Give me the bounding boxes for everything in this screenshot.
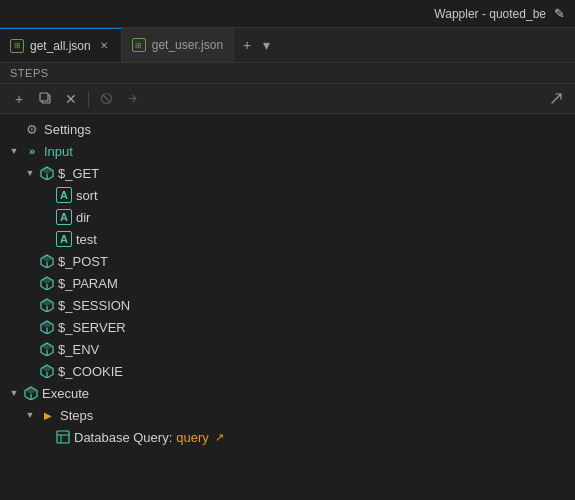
dir-label: dir	[76, 210, 90, 225]
toolbar-separator	[88, 91, 89, 107]
add-button[interactable]: +	[8, 88, 30, 110]
chevron-steps	[24, 409, 36, 421]
settings-label: Settings	[44, 122, 91, 137]
tree-item-cookie[interactable]: $_COOKIE	[0, 360, 575, 382]
tab-get-user[interactable]: ⊞ get_user.json	[122, 28, 234, 62]
cube-icon-param	[40, 276, 54, 290]
a-icon-sort: A	[56, 187, 72, 203]
steps-header: Steps	[0, 63, 575, 84]
arrow-right-button[interactable]	[121, 88, 143, 110]
cube-icon-cookie	[40, 364, 54, 378]
dbquery-label: Database Query:	[74, 430, 172, 445]
double-arrow-icon: »	[24, 143, 40, 159]
edit-icon[interactable]: ✎	[554, 6, 565, 21]
svg-marker-14	[41, 299, 53, 306]
tree-item-server[interactable]: $_SERVER	[0, 316, 575, 338]
link-icon: ↗	[215, 431, 224, 444]
tree-item-env[interactable]: $_ENV	[0, 338, 575, 360]
cube-icon-env	[40, 342, 54, 356]
export-button[interactable]	[545, 88, 567, 110]
cookie-label: $_COOKIE	[58, 364, 123, 379]
svg-marker-11	[41, 277, 53, 284]
a-icon-dir: A	[56, 209, 72, 225]
table-icon	[56, 430, 70, 444]
cube-icon-execute	[24, 386, 38, 400]
toolbar: + ✕	[0, 84, 575, 114]
sort-label: sort	[76, 188, 98, 203]
steps-tree-label: Steps	[60, 408, 93, 423]
server-label: $_SERVER	[58, 320, 126, 335]
tree-item-get[interactable]: $_GET	[0, 162, 575, 184]
cube-icon-server	[40, 320, 54, 334]
tree-item-input[interactable]: » Input	[0, 140, 575, 162]
svg-marker-26	[25, 387, 37, 394]
tab-label: get_all.json	[30, 39, 91, 53]
tab-label-2: get_user.json	[152, 38, 223, 52]
tab-file-icon-2: ⊞	[132, 38, 146, 52]
input-label: Input	[44, 144, 73, 159]
param-label: $_PARAM	[58, 276, 118, 291]
steps-label: Steps	[10, 67, 49, 79]
play-icon: ▶	[40, 407, 56, 423]
copy-button[interactable]	[34, 88, 56, 110]
tab-close-button[interactable]: ✕	[97, 39, 111, 53]
chevron-get	[24, 167, 36, 179]
delete-button[interactable]: ✕	[60, 88, 82, 110]
tree-item-param[interactable]: $_PARAM	[0, 272, 575, 294]
test-label: test	[76, 232, 97, 247]
tree-item-dbquery[interactable]: Database Query: query ↗	[0, 426, 575, 448]
disable-button[interactable]	[95, 88, 117, 110]
svg-marker-23	[41, 365, 53, 372]
tree-item-session[interactable]: $_SESSION	[0, 294, 575, 316]
tab-dropdown-button[interactable]: ▾	[258, 35, 275, 55]
svg-rect-1	[40, 93, 48, 101]
session-label: $_SESSION	[58, 298, 130, 313]
tree-item-sort[interactable]: A sort	[0, 184, 575, 206]
tab-file-icon: ⊞	[10, 39, 24, 53]
tree: ⚙ Settings » Input $_GET A sort A dir A …	[0, 114, 575, 499]
dbquery-value: query	[176, 430, 209, 445]
tree-item-post[interactable]: $_POST	[0, 250, 575, 272]
post-label: $_POST	[58, 254, 108, 269]
settings-icon: ⚙	[24, 121, 40, 137]
tree-item-test[interactable]: A test	[0, 228, 575, 250]
svg-marker-20	[41, 343, 53, 350]
tree-item-execute[interactable]: Execute	[0, 382, 575, 404]
svg-marker-17	[41, 321, 53, 328]
execute-label: Execute	[42, 386, 89, 401]
env-label: $_ENV	[58, 342, 99, 357]
svg-line-3	[103, 95, 110, 102]
tab-actions: + ▾	[238, 35, 275, 55]
get-label: $_GET	[58, 166, 99, 181]
title-bar-text: Wappler - quoted_be	[434, 7, 546, 21]
tree-item-dir[interactable]: A dir	[0, 206, 575, 228]
a-icon-test: A	[56, 231, 72, 247]
svg-marker-8	[41, 255, 53, 262]
svg-rect-28	[57, 431, 69, 443]
tab-add-button[interactable]: +	[238, 35, 256, 55]
tab-bar: ⊞ get_all.json ✕ ⊞ get_user.json + ▾	[0, 28, 575, 63]
cube-icon-post	[40, 254, 54, 268]
chevron-input	[8, 145, 20, 157]
cube-icon-session	[40, 298, 54, 312]
cube-icon-get	[40, 166, 54, 180]
svg-marker-5	[41, 167, 53, 174]
chevron-execute	[8, 387, 20, 399]
tree-item-settings[interactable]: ⚙ Settings	[0, 118, 575, 140]
tab-get-all[interactable]: ⊞ get_all.json ✕	[0, 28, 122, 62]
tree-item-steps[interactable]: ▶ Steps	[0, 404, 575, 426]
title-bar: Wappler - quoted_be ✎	[0, 0, 575, 28]
